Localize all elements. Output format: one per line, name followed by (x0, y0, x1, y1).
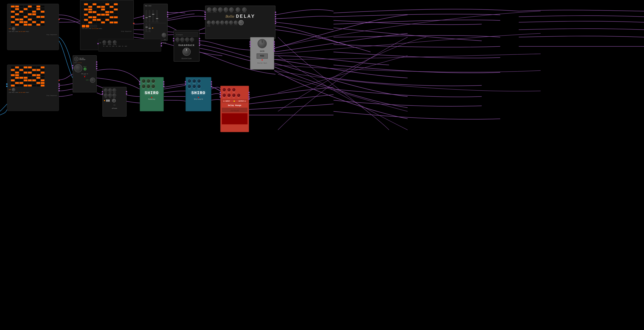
synth-accent-knob[interactable] (108, 40, 111, 44)
tap-button[interactable] (238, 20, 244, 25)
modulay-morph[interactable] (151, 84, 155, 88)
jx10-attack: ATTACK (145, 22, 148, 22)
input-label: ▶ INPUT (224, 100, 230, 102)
delay-knob-5[interactable] (229, 8, 234, 12)
modulay-subtitle: Modulay (142, 98, 162, 100)
error-indicator-lg (133, 23, 134, 24)
tempo-knob-bot[interactable] (12, 88, 15, 91)
jx10-port-1 (167, 12, 168, 13)
panic-lg[interactable]: PANIC (99, 28, 102, 29)
delay-knob-lcf[interactable] (212, 21, 215, 24)
rack-mix[interactable] (190, 38, 194, 42)
gain-knob[interactable] (258, 39, 267, 48)
delay-knob-7[interactable] (242, 8, 246, 12)
btn-orange-2[interactable] (86, 25, 89, 28)
reverb-damping[interactable] (192, 79, 196, 83)
delay-knob-hcf[interactable] (225, 21, 228, 24)
epiano-treble[interactable] (112, 93, 116, 97)
seq-step[interactable] (40, 5, 45, 8)
delay-port-l4 (204, 18, 206, 20)
delay-knob-4[interactable] (224, 8, 228, 12)
modulay-port-l2 (139, 83, 140, 85)
epiano-decay[interactable] (104, 88, 108, 92)
rack-main-knob[interactable] (182, 48, 191, 56)
reverb-shimmer[interactable] (197, 84, 201, 88)
seq-step[interactable] (28, 5, 32, 8)
panic-button[interactable]: PANIC (26, 31, 29, 32)
reverb-mix[interactable] (197, 79, 201, 83)
jx10-filter: FILTER (145, 31, 148, 32)
mda-jx10: MDA JX10 ATTACK DECAY SUSTAIN RELEASE (144, 4, 168, 41)
delay-knob-3[interactable] (218, 8, 222, 12)
seq-step[interactable] (11, 5, 15, 8)
munge-depth[interactable] (232, 93, 236, 97)
reverb-decay[interactable] (187, 79, 192, 83)
munge-munge[interactable] (232, 88, 236, 92)
btn-orange-1[interactable] (82, 25, 85, 28)
delay-knob-curtempo[interactable] (234, 21, 238, 24)
epiano-hardness[interactable] (112, 88, 116, 92)
jx10-model: JX10 (163, 42, 166, 44)
seq-step[interactable] (15, 5, 19, 8)
epiano-vol-knob[interactable] (112, 99, 116, 102)
delay-port-r2 (275, 14, 276, 15)
munge-feedb2[interactable] (227, 93, 231, 97)
reverb-port-l2 (185, 83, 186, 85)
modulay-rate[interactable] (146, 84, 150, 88)
munge-time1[interactable] (222, 88, 226, 92)
jx10-knob[interactable] (162, 33, 166, 37)
delay-knob-1[interactable] (207, 8, 212, 12)
gain1-knob[interactable] (84, 68, 86, 71)
epiano-port-r2 (126, 93, 127, 95)
reverb-tone[interactable] (192, 84, 196, 88)
delay-knob-lowg[interactable] (216, 21, 220, 24)
reverb-ratio[interactable] (187, 84, 192, 88)
sg-port-r2 (274, 43, 275, 45)
seq-step[interactable] (36, 5, 40, 8)
modulay-port-r3 (163, 86, 164, 87)
delay-knob-hcf-on[interactable] (220, 21, 224, 24)
xox-label: XOX (9, 28, 11, 30)
feedback-label: FEEDBACK 10.00 (235, 12, 241, 13)
delay-knob-6[interactable] (236, 8, 240, 12)
seq-step[interactable] (24, 5, 28, 8)
delay-knob-lcf-on[interactable] (207, 21, 211, 24)
piano-keys-icon (106, 99, 111, 102)
rack-drive[interactable] (185, 38, 189, 42)
jx10-led (152, 28, 153, 29)
munge-feedb1[interactable] (227, 88, 231, 92)
rack-lowpass[interactable] (180, 38, 184, 42)
synth-volume-knob[interactable] (113, 40, 116, 44)
delay-munge-title: Delay Munge (228, 104, 242, 106)
munge-time2[interactable] (222, 93, 226, 97)
distortion-label: Distortion (182, 58, 192, 60)
synth-decay-knob[interactable] (102, 40, 106, 44)
mda-brand: MDA (164, 39, 166, 41)
epiano-led (104, 100, 105, 101)
shiro-reverb-brand: SHIRO (187, 91, 210, 95)
bypass-label: BYPASS (207, 26, 210, 27)
modulay-tone[interactable] (151, 79, 155, 83)
delay-port-l2 (204, 14, 206, 15)
seq-bot-port-r2 (58, 86, 60, 87)
modulay-time[interactable] (142, 79, 146, 83)
munge-port-l3 (220, 96, 221, 98)
seq-step[interactable] (32, 5, 36, 8)
epiano-depth[interactable] (104, 93, 108, 97)
rack-level[interactable] (176, 38, 180, 42)
modulay-repeats[interactable] (146, 79, 150, 83)
delay-knob-2[interactable] (212, 8, 217, 12)
crossover-main-knob[interactable] (74, 64, 82, 72)
munge-bail[interactable] (236, 93, 241, 97)
seq-step[interactable] (19, 5, 23, 8)
epiano-rate[interactable] (108, 93, 112, 97)
panic-bot[interactable]: PANIC (26, 92, 29, 93)
xover-port-r2 (96, 64, 98, 65)
gain2-knob[interactable] (90, 78, 95, 83)
modulay-depth[interactable] (142, 84, 146, 88)
epiano-release[interactable] (108, 88, 112, 92)
btn-dark-1[interactable] (90, 25, 93, 28)
tempo-knob[interactable] (12, 27, 15, 31)
delay-knob-highq[interactable] (229, 21, 233, 24)
btn-dark-2[interactable] (94, 25, 97, 28)
